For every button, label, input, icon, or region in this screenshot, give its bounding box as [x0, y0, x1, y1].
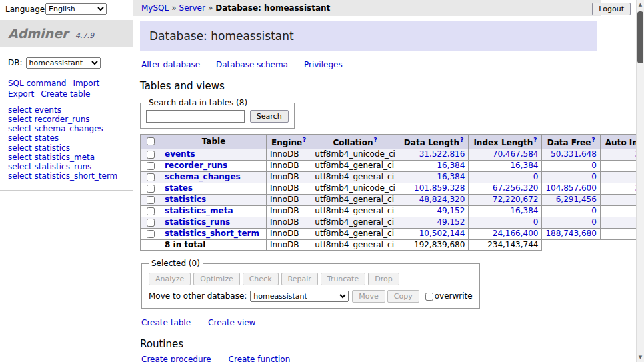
- row-checkbox[interactable]: [147, 185, 155, 193]
- sidebar-link-sql-command[interactable]: SQL command: [8, 78, 66, 89]
- sidebar-select-schema_changes[interactable]: select schema_changes: [8, 124, 103, 133]
- db-link-privileges[interactable]: Privileges: [304, 60, 343, 69]
- column-label: Engine: [271, 138, 302, 147]
- help-link[interactable]: ?: [373, 137, 377, 143]
- sidebar-select-states[interactable]: select states: [8, 133, 59, 143]
- index-length-link[interactable]: 72,220,672: [493, 195, 539, 204]
- index-length-link[interactable]: 0: [533, 172, 539, 181]
- index-length-link[interactable]: 67,256,320: [493, 183, 539, 193]
- db-link-alter-database[interactable]: Alter database: [141, 60, 200, 69]
- search-button[interactable]: Search: [250, 110, 289, 123]
- create-function-link[interactable]: Create function: [229, 355, 291, 362]
- data-free-link[interactable]: 0: [591, 172, 597, 181]
- sidebar-link-create-table[interactable]: Create table: [41, 89, 90, 99]
- move-db-select[interactable]: homeassistant: [250, 291, 349, 302]
- table-name-link[interactable]: recorder_runs: [165, 161, 227, 170]
- sidebar-select-statistics_meta[interactable]: select statistics_meta: [8, 153, 95, 162]
- db-selector: DB:homeassistant: [0, 47, 133, 71]
- row-checkbox[interactable]: [147, 162, 155, 170]
- data-free-link[interactable]: 104,857,600: [545, 183, 596, 193]
- truncate-button[interactable]: Truncate: [321, 273, 365, 285]
- table-name-link[interactable]: events: [165, 149, 195, 159]
- index-length-link[interactable]: 0: [533, 217, 539, 227]
- sidebar-link-export[interactable]: Export: [8, 89, 34, 99]
- breadcrumb-server[interactable]: Server: [179, 3, 205, 13]
- help-link[interactable]: ?: [533, 137, 537, 143]
- sidebar-link-import[interactable]: Import: [73, 78, 99, 89]
- data-length-link[interactable]: 49,152: [437, 217, 465, 227]
- sidebar-select-recorder_runs[interactable]: select recorder_runs: [8, 115, 90, 124]
- tables-tbody: eventsInnoDButf8mb4_unicode_ci31,522,816…: [141, 149, 644, 250]
- scroll-down-icon[interactable]: ▼: [637, 353, 644, 362]
- sidebar-select-events[interactable]: select events: [8, 105, 61, 115]
- create-view-link[interactable]: Create view: [208, 318, 255, 327]
- repair-button[interactable]: Repair: [281, 273, 318, 285]
- logout-button[interactable]: Logout: [592, 3, 631, 15]
- data-length-link[interactable]: 16,384: [437, 172, 465, 181]
- table-name-link[interactable]: statistics_short_term: [165, 229, 259, 238]
- create-procedure-link[interactable]: Create procedure: [141, 355, 211, 362]
- check-button[interactable]: Check: [243, 273, 279, 285]
- overwrite-checkbox[interactable]: [425, 293, 433, 301]
- sidebar-select-statistics[interactable]: select statistics: [8, 143, 70, 153]
- scrollbar-thumb[interactable]: [637, 11, 643, 63]
- data-length-link[interactable]: 16,384: [437, 161, 465, 170]
- table-name-link[interactable]: statistics: [165, 195, 206, 204]
- overwrite-label: overwrite: [435, 291, 473, 301]
- collation-cell: utf8mb4_unicode_ci: [311, 149, 399, 160]
- index-length-link[interactable]: 16,384: [510, 206, 538, 215]
- scrollbar[interactable]: ▲ ▼: [636, 0, 644, 362]
- scroll-up-icon[interactable]: ▲: [637, 0, 644, 9]
- copy-button[interactable]: Copy: [387, 290, 419, 303]
- table-name-link[interactable]: statistics_runs: [165, 217, 230, 227]
- db-link-database-schema[interactable]: Database schema: [216, 60, 288, 69]
- move-button[interactable]: Move: [352, 290, 385, 303]
- data-length-link[interactable]: 10,502,144: [419, 229, 465, 238]
- row-checkbox[interactable]: [147, 151, 155, 159]
- table-list-item: select states: [8, 134, 125, 143]
- row-checkbox[interactable]: [147, 230, 155, 238]
- breadcrumb-mysql[interactable]: MySQL: [141, 3, 169, 13]
- sidebar-select-statistics_runs[interactable]: select statistics_runs: [8, 162, 91, 171]
- data-length-link[interactable]: 49,152: [437, 206, 465, 215]
- help-link[interactable]: ?: [460, 137, 463, 143]
- data-free-link[interactable]: 0: [591, 217, 597, 227]
- drop-button[interactable]: Drop: [368, 273, 399, 285]
- language-select[interactable]: English: [45, 3, 107, 15]
- engine-cell: InnoDB: [266, 149, 311, 160]
- row-checkbox[interactable]: [147, 219, 155, 227]
- index-length-link[interactable]: 70,467,584: [493, 149, 539, 159]
- index-length-link[interactable]: 24,166,400: [493, 229, 539, 238]
- help-link[interactable]: ?: [303, 137, 306, 143]
- sidebar-select-statistics_short_term[interactable]: select statistics_short_term: [8, 171, 117, 181]
- data-free-link[interactable]: 0: [591, 161, 597, 170]
- overwrite-option: overwrite: [424, 291, 473, 301]
- version-link[interactable]: 4.7.9: [75, 31, 94, 40]
- table-list-item: select statistics_short_term: [8, 172, 125, 181]
- data-length-link[interactable]: 31,522,816: [419, 149, 465, 159]
- data-free-link[interactable]: 6,291,456: [556, 195, 597, 204]
- table-name-link[interactable]: schema_changes: [165, 172, 241, 181]
- table-name-link[interactable]: states: [165, 183, 193, 193]
- index-length-link[interactable]: 16,384: [510, 161, 538, 170]
- data-length-link[interactable]: 48,824,320: [419, 195, 465, 204]
- engine-cell: InnoDB: [266, 171, 311, 183]
- search-input[interactable]: [146, 110, 245, 123]
- row-checkbox[interactable]: [147, 173, 155, 181]
- table-name-link[interactable]: statistics_meta: [165, 206, 233, 215]
- data-free-link[interactable]: 50,331,648: [551, 149, 597, 159]
- breadcrumb-separator: »: [208, 3, 213, 13]
- select-all-checkbox[interactable]: [147, 137, 155, 145]
- create-table-link[interactable]: Create table: [141, 318, 191, 327]
- data-free-link[interactable]: 188,743,680: [545, 229, 596, 238]
- adminer-logo-link[interactable]: Adminer: [8, 26, 68, 41]
- db-select[interactable]: homeassistant: [26, 57, 101, 69]
- data-free-link[interactable]: 0: [591, 206, 597, 215]
- row-checkbox[interactable]: [147, 196, 155, 204]
- table-row: statistics_short_termInnoDButf8mb4_gener…: [141, 228, 644, 239]
- help-link[interactable]: ?: [591, 137, 595, 143]
- row-checkbox[interactable]: [147, 207, 155, 215]
- data-length-link[interactable]: 101,859,328: [414, 183, 465, 193]
- analyze-button[interactable]: Analyze: [149, 273, 191, 285]
- optimize-button[interactable]: Optimize: [193, 273, 239, 285]
